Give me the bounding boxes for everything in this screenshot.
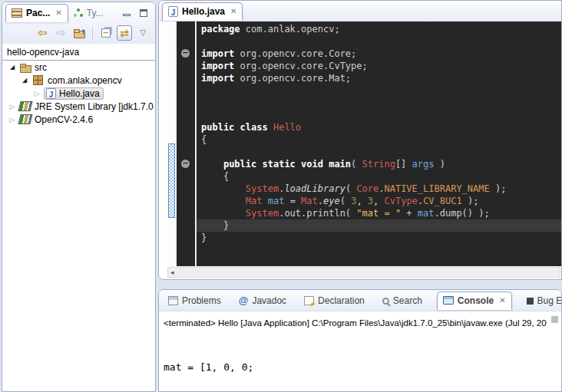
code-line: public static void main( String[] args ) — [197, 158, 561, 170]
console-output-line: mat = [1, 0, 0; — [164, 361, 561, 374]
tab-label: Console — [458, 295, 494, 306]
tree-item-opencv-library[interactable]: ▷ OpenCV-2.4.6 — [2, 113, 155, 126]
code-line — [197, 109, 561, 121]
minimize-icon[interactable] — [123, 14, 131, 16]
console-tabrow: Problems @ Javadoc Declaration Search Co… — [159, 290, 561, 311]
expand-arrow-icon[interactable]: ◢ — [8, 64, 16, 71]
library-icon — [18, 101, 32, 111]
tree-item-label: com.anlak.opencv — [48, 75, 122, 86]
tree-item-label: Hello.java — [59, 88, 100, 99]
fold-toggle-icon[interactable]: − — [181, 160, 190, 168]
console-output[interactable]: mat = [1, 0, 0; 0, 1, 0; 0, 0, 1] — [159, 328, 561, 392]
view-menu-chevron-icon[interactable]: ▽ — [135, 25, 150, 41]
tab-label: Problems — [182, 295, 221, 306]
back-arrow-icon[interactable]: ⇦ — [35, 25, 50, 41]
tab-search[interactable]: Search — [379, 293, 425, 308]
go-up-button[interactable]: ↑ — [71, 25, 87, 41]
package-explorer-tree: hello-opencv-java ◢ src ◢ com.anlak.open… — [2, 44, 155, 126]
library-icon — [18, 114, 32, 124]
tree-item-label: JRE System Library [jdk1.7.0 — [35, 101, 154, 112]
console-icon — [443, 296, 454, 305]
code-line: } — [197, 219, 561, 232]
type-hierarchy-icon — [74, 8, 83, 18]
code-line: { — [197, 133, 561, 146]
method-range-indicator — [168, 143, 175, 218]
tab-hello-java[interactable]: J Hello.java ✕ — [162, 2, 243, 21]
view-window-buttons — [123, 9, 155, 17]
fold-toggle-icon[interactable]: − — [181, 49, 190, 58]
fold-gutter[interactable]: −− — [177, 21, 195, 266]
tree-item-package[interactable]: ◢ com.anlak.opencv — [2, 74, 155, 87]
code-line: { — [197, 170, 561, 183]
code-line: System.loadLibrary( Core.NATIVE_LIBRARY_… — [197, 183, 561, 195]
editor-panel: J Hello.java ✕ −− package com.anlak.open… — [158, 0, 562, 280]
expand-arrow-icon[interactable]: ▷ — [33, 90, 41, 97]
tab-label: Search — [393, 295, 422, 306]
java-file-icon: J — [168, 6, 178, 17]
package-explorer-icon — [12, 8, 22, 18]
bug-icon — [527, 298, 534, 305]
code-line — [197, 35, 561, 48]
link-with-editor-icon: ⇄ — [120, 26, 129, 40]
close-icon[interactable]: ✕ — [499, 296, 505, 305]
tab-console[interactable]: Console ✕ — [437, 292, 512, 310]
tab-bug-explorer[interactable]: Bug Explorer — [524, 293, 562, 308]
code-line: System.out.println( "mat = " + mat.dump(… — [197, 207, 561, 219]
tree-item-src[interactable]: ◢ src — [2, 61, 155, 74]
problems-icon — [168, 296, 178, 305]
tab-label: Hello.java — [182, 6, 225, 17]
collapse-all-icon: − — [101, 28, 111, 38]
java-file-icon: J — [46, 88, 56, 99]
expand-arrow-icon[interactable]: ▷ — [8, 116, 16, 124]
tab-problems[interactable]: Problems — [165, 293, 224, 308]
up-folder-icon: ↑ — [74, 28, 85, 38]
link-with-editor-button[interactable]: ⇄ — [117, 25, 132, 41]
code-line — [197, 97, 561, 109]
code-line — [197, 146, 561, 158]
console-toolbar-clipped-icon — [551, 316, 558, 323]
expand-arrow-icon[interactable]: ▷ — [8, 103, 16, 110]
console-process-label: <terminated> Hello [Java Application] C:… — [159, 311, 561, 328]
tree-item-hello-java[interactable]: ▷ J Hello.java — [2, 87, 155, 100]
code-line: import org.opencv.core.CvType; — [197, 60, 561, 72]
editor-tabrow: J Hello.java ✕ — [159, 1, 561, 21]
tab-label: Ty... — [87, 8, 104, 18]
workbench: Pac... ✕ Ty... ⇦ ⇨ ↑ — [0, 0, 562, 392]
editor-body: −− package com.anlak.opencv;import org.o… — [167, 21, 561, 266]
tab-javadoc[interactable]: @ Javadoc — [236, 293, 289, 308]
code-area[interactable]: package com.anlak.opencv;import org.open… — [197, 21, 561, 266]
expand-arrow-icon[interactable]: ◢ — [21, 77, 28, 84]
code-line: package com.anlak.opencv; — [197, 23, 561, 35]
tab-package-explorer[interactable]: Pac... ✕ — [5, 4, 68, 22]
tree-item-jre-library[interactable]: ▷ JRE System Library [jdk1.7.0 — [2, 100, 155, 113]
tree-item-label: src — [35, 62, 47, 73]
close-icon[interactable]: ✕ — [230, 7, 236, 15]
collapse-all-button[interactable]: − — [98, 25, 114, 41]
forward-arrow-icon[interactable]: ⇨ — [53, 25, 68, 41]
code-line: import org.opencv.core.Core; — [197, 48, 561, 60]
declaration-icon — [304, 296, 314, 305]
maximize-icon[interactable] — [140, 9, 147, 17]
tab-declaration[interactable]: Declaration — [301, 293, 368, 308]
package-explorer-panel: Pac... ✕ Ty... ⇦ ⇨ ↑ — [2, 2, 156, 392]
console-panel: Problems @ Javadoc Declaration Search Co… — [158, 289, 562, 392]
code-line: import org.opencv.core.Mat; — [197, 72, 561, 84]
project-scope-label: hello-opencv-java — [2, 44, 155, 61]
tab-label: Javadoc — [252, 295, 286, 306]
selected-item-highlight: J Hello.java — [44, 87, 104, 100]
annotation-ruler[interactable] — [167, 21, 177, 266]
horizontal-scrollbar[interactable]: ◂ — [167, 267, 560, 278]
toolbar-separator — [92, 27, 93, 39]
tab-label: Pac... — [26, 8, 50, 18]
scroll-left-icon[interactable]: ◂ — [170, 268, 174, 276]
source-folder-icon — [19, 62, 31, 73]
tab-type-hierarchy[interactable]: Ty... — [68, 5, 109, 21]
tab-label: Bug Explorer — [537, 295, 562, 306]
code-line: } — [197, 232, 561, 244]
javadoc-icon: @ — [239, 296, 249, 305]
search-icon — [382, 298, 389, 305]
code-line: Mat mat = Mat.eye( 3, 3, CvType.CV_8UC1 … — [197, 195, 561, 207]
package-explorer-tabrow: Pac... ✕ Ty... — [2, 2, 155, 23]
close-icon[interactable]: ✕ — [55, 8, 61, 17]
tree-item-label: OpenCV-2.4.6 — [35, 114, 93, 125]
